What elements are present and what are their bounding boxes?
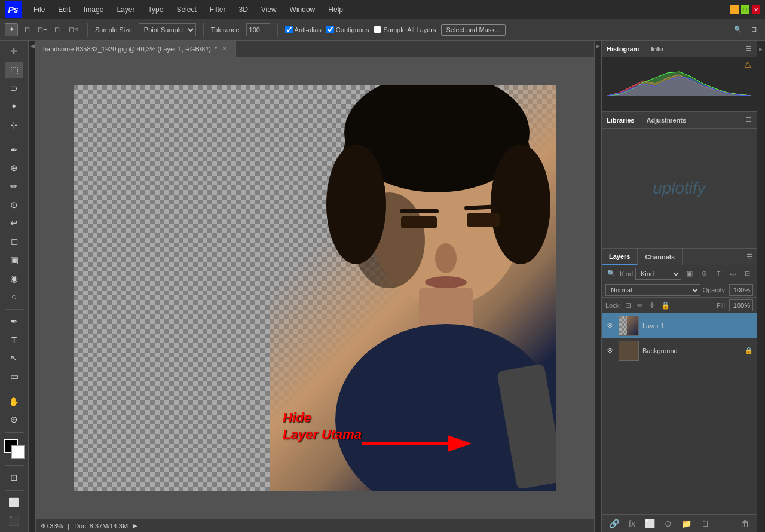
layer-visibility-toggle[interactable]: 👁 — [605, 321, 615, 331]
menu-file[interactable]: File — [27, 3, 51, 16]
histogram-options-icon[interactable]: ☰ — [746, 45, 752, 53]
sample-all-layers-checkbox[interactable] — [374, 26, 381, 33]
adjustments-tab-label[interactable]: Adjustments — [646, 117, 686, 124]
filter-kind-select[interactable]: Kind — [635, 268, 681, 280]
clone-stamp-tool[interactable]: ⊙ — [5, 196, 23, 213]
screen-mode-btn[interactable]: ⬜ — [5, 494, 23, 512]
fill-input[interactable] — [729, 299, 753, 311]
right-panel-toggle[interactable]: ▶ — [596, 43, 600, 49]
layer-effects-btn[interactable]: fx — [626, 518, 638, 530]
libraries-tab-label[interactable]: Libraries — [607, 117, 634, 124]
lasso-tool[interactable]: ⊃ — [5, 80, 23, 97]
maximize-button[interactable]: □ — [741, 5, 749, 14]
quick-mask-btn[interactable]: ⊡ — [5, 469, 23, 487]
menu-type[interactable]: Type — [142, 3, 169, 16]
healing-tool[interactable]: ⊕ — [5, 160, 23, 177]
lock-all-btn[interactable]: 🔒 — [659, 301, 672, 310]
right-panel-expand[interactable]: ▶ — [757, 43, 765, 55]
filter-smart-icon[interactable]: ⊡ — [741, 268, 753, 280]
layers-options-icon[interactable]: ☰ — [746, 253, 757, 261]
filter-adjustment-icon[interactable]: ⊙ — [698, 268, 710, 280]
filter-shape-icon[interactable]: ▭ — [727, 268, 739, 280]
canvas-viewport[interactable]: Hide Layer Utama — [36, 57, 594, 519]
menu-bar: Ps File Edit Image Layer Type Select Fil… — [0, 0, 765, 19]
document-tab[interactable]: handsome-635832_1920.jpg @ 40,3% (Layer … — [36, 41, 236, 57]
document-tab-filename: handsome-635832_1920.jpg @ 40,3% (Layer … — [43, 45, 211, 53]
search-btn[interactable]: 🔍 — [732, 23, 745, 36]
minimize-button[interactable]: ─ — [730, 5, 739, 14]
filter-pixel-icon[interactable]: ▣ — [684, 268, 696, 280]
layer-visibility-toggle[interactable]: 👁 — [605, 346, 615, 356]
brush-tool[interactable]: ✏ — [5, 178, 23, 195]
eraser-tool[interactable]: ◻ — [5, 233, 23, 250]
new-group-btn[interactable]: 📁 — [679, 518, 694, 530]
move-tool[interactable]: ✛ — [5, 43, 23, 60]
contiguous-wrap[interactable]: Contiguous — [326, 26, 369, 33]
sample-size-select[interactable]: Point Sample — [139, 23, 196, 36]
lock-transparent-btn[interactable]: ⊡ — [623, 301, 633, 310]
path-select-tool[interactable]: ↖ — [5, 350, 23, 367]
doc-size: Doc: 8.37M/14.3M — [74, 522, 128, 530]
histogram-panel-header[interactable]: Histogram Info ☰ — [602, 41, 757, 57]
blur-tool[interactable]: ◉ — [5, 270, 23, 287]
shape-tool[interactable]: ▭ — [5, 368, 23, 386]
menu-layer[interactable]: Layer — [111, 3, 140, 16]
menu-3d[interactable]: 3D — [232, 3, 253, 16]
blend-mode-select[interactable]: Normal — [605, 284, 700, 296]
channels-tab[interactable]: Channels — [638, 249, 683, 265]
menu-select[interactable]: Select — [170, 3, 202, 16]
marquee-tool[interactable]: ⬚ — [5, 62, 23, 79]
art-history-btn[interactable]: ⬛ — [5, 512, 23, 530]
menu-filter[interactable]: Filter — [204, 3, 232, 16]
add-adjustment-btn[interactable]: ⊙ — [662, 518, 674, 530]
menu-edit[interactable]: Edit — [52, 3, 76, 16]
sample-all-layers-wrap[interactable]: Sample All Layers — [374, 26, 436, 33]
select-mask-button[interactable]: Select and Mask... — [441, 24, 506, 36]
eyedropper-tool[interactable]: ✒ — [5, 141, 23, 158]
tolerance-input[interactable] — [246, 23, 270, 36]
add-mask-btn[interactable]: ⬜ — [642, 518, 657, 530]
delete-layer-btn[interactable]: 🗑 — [739, 518, 752, 530]
close-button[interactable]: ✕ — [752, 5, 760, 14]
menu-help[interactable]: Help — [322, 3, 349, 16]
new-selection-btn[interactable]: ◻ — [20, 23, 33, 36]
workspace-btn[interactable]: ⊡ — [747, 23, 760, 36]
gradient-tool[interactable]: ▣ — [5, 252, 23, 269]
libraries-options-icon[interactable]: ☰ — [746, 116, 752, 124]
menu-image[interactable]: Image — [78, 3, 109, 16]
anti-alias-label: Anti-alias — [295, 26, 322, 33]
pen-tool[interactable]: ✒ — [5, 313, 23, 331]
lock-pixels-btn[interactable]: ✏ — [635, 301, 645, 310]
layer-item[interactable]: 👁 Layer 1 — [602, 313, 757, 338]
layer-item[interactable]: 👁 Background 🔒 — [602, 338, 757, 363]
menu-window[interactable]: Window — [284, 3, 322, 16]
info-tab-label[interactable]: Info — [651, 45, 663, 53]
status-arrow[interactable]: ▶ — [133, 522, 137, 529]
add-selection-btn[interactable]: ◻+ — [36, 23, 49, 36]
new-layer-btn[interactable]: 🗒 — [699, 518, 712, 530]
intersect-selection-btn[interactable]: ◻× — [67, 23, 80, 36]
lock-position-btn[interactable]: ✛ — [647, 301, 657, 310]
filter-type-icon[interactable]: T — [712, 268, 724, 280]
left-panel-toggle[interactable]: ◀ — [29, 43, 35, 49]
crop-tool[interactable]: ⊹ — [5, 117, 23, 134]
menu-view[interactable]: View — [255, 3, 283, 16]
subtract-selection-btn[interactable]: ◻- — [51, 23, 65, 36]
zoom-tool[interactable]: ⊕ — [5, 411, 23, 429]
hand-tool[interactable]: ✋ — [5, 393, 23, 410]
link-layers-btn[interactable]: 🔗 — [607, 518, 622, 530]
contiguous-checkbox[interactable] — [326, 26, 334, 33]
dodge-tool[interactable]: ○ — [5, 288, 23, 305]
quick-select-tool[interactable]: ✦ — [5, 98, 23, 115]
histogram-tab-label[interactable]: Histogram — [607, 45, 639, 53]
background-color[interactable] — [11, 445, 25, 459]
anti-alias-checkbox[interactable] — [285, 26, 293, 33]
document-tab-close[interactable]: ✕ — [221, 45, 228, 53]
layers-tab[interactable]: Layers — [602, 249, 638, 265]
opacity-input[interactable] — [729, 284, 753, 296]
magic-wand-tool-btn[interactable]: ✦ — [5, 23, 18, 36]
type-tool[interactable]: T — [5, 331, 23, 348]
anti-alias-wrap[interactable]: Anti-alias — [285, 26, 322, 33]
history-brush-tool[interactable]: ↩ — [5, 215, 23, 232]
libraries-panel-header[interactable]: Libraries Adjustments ☰ — [602, 112, 757, 129]
